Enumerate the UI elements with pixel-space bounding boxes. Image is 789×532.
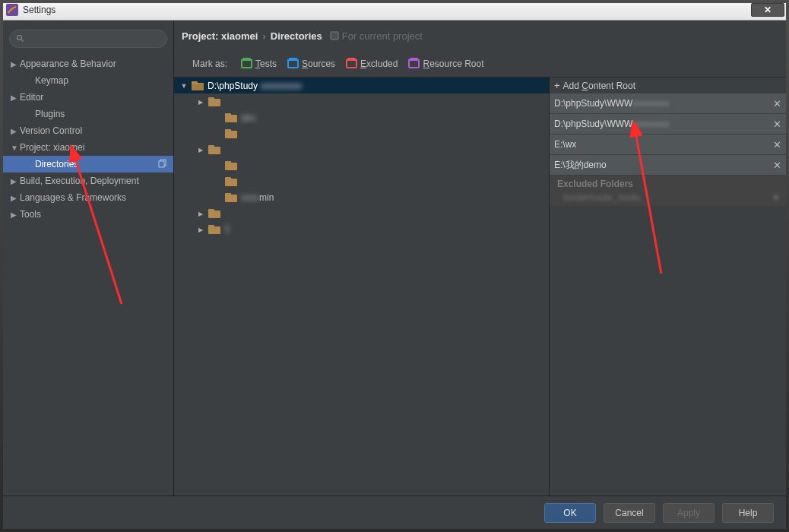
- sidebar-item-build-execution-deployment[interactable]: ▶Build, Execution, Deployment: [3, 173, 173, 189]
- directory-row[interactable]: xxxxmin: [174, 189, 549, 205]
- svg-rect-6: [331, 32, 338, 40]
- dialog-button-bar: OK Cancel Apply Help: [3, 496, 786, 529]
- excluded-folders-label: Excluded Folders: [550, 176, 786, 189]
- svg-rect-0: [6, 4, 18, 16]
- folder-icon: [225, 113, 237, 122]
- mark-resource-root[interactable]: Resource Root: [408, 59, 483, 69]
- sidebar-item-version-control[interactable]: ▶Version Control: [3, 122, 173, 139]
- mark-as-bar: Mark as: TestsSourcesExcludedResource Ro…: [174, 51, 786, 77]
- content-root-entry[interactable]: E:\我的demo✕: [550, 155, 786, 176]
- help-button[interactable]: Help: [722, 503, 774, 523]
- plus-icon: +: [554, 80, 560, 91]
- directory-row[interactable]: [174, 125, 549, 141]
- directory-row[interactable]: [174, 173, 549, 189]
- sidebar-item-tools[interactable]: ▶Tools: [3, 206, 173, 223]
- remove-root-icon[interactable]: ✕: [773, 119, 781, 130]
- directory-row[interactable]: 3: [174, 221, 549, 237]
- directory-row[interactable]: [174, 205, 549, 221]
- settings-sidebar: ▶Appearance & BehaviorKeymap▶EditorPlugi…: [3, 21, 174, 496]
- sidebar-item-keymap[interactable]: Keymap: [3, 72, 173, 89]
- breadcrumb: Project: xiaomei › Directories For curre…: [174, 21, 786, 51]
- mark-excluded[interactable]: Excluded: [346, 59, 398, 69]
- content-roots-panel: + Add Content Root D:\phpStudy\WWWxxxxxx…: [549, 78, 786, 496]
- sidebar-item-plugins[interactable]: Plugins: [3, 106, 173, 122]
- phpstorm-icon: [6, 4, 18, 16]
- svg-line-2: [21, 40, 24, 42]
- folder-icon: [192, 81, 204, 90]
- directory-row[interactable]: [174, 93, 549, 109]
- content-root-entry[interactable]: E:\wx✕: [550, 135, 786, 155]
- mark-tests[interactable]: Tests: [241, 59, 277, 69]
- search-icon: [16, 34, 25, 43]
- folder-icon: [208, 97, 220, 106]
- sidebar-item-directories[interactable]: Directories: [3, 156, 173, 173]
- content-root-entry[interactable]: D:\phpStudy\WWWxxxxxxxx✕: [550, 114, 786, 135]
- svg-point-1: [17, 36, 22, 40]
- copy-icon[interactable]: [158, 159, 167, 170]
- excluded-folder-item[interactable]: border\node_modu✕: [550, 189, 786, 206]
- remove-root-icon[interactable]: ✕: [773, 139, 781, 150]
- current-project-icon: [330, 31, 339, 40]
- mark-sources[interactable]: Sources: [287, 59, 335, 69]
- directory-row[interactable]: [174, 157, 549, 173]
- window-title: Settings: [23, 5, 55, 15]
- folder-icon: [225, 177, 237, 186]
- remove-root-icon[interactable]: ✕: [773, 160, 781, 171]
- folder-icon: [208, 209, 220, 218]
- directory-tree[interactable]: D:\phpStudyxxxxxxxxxakuxxxxmin3: [174, 78, 549, 496]
- directory-row[interactable]: [174, 141, 549, 157]
- folder-icon: [225, 193, 237, 202]
- folder-icon: [225, 161, 237, 170]
- folder-icon: [208, 145, 220, 154]
- svg-rect-4: [159, 161, 164, 167]
- content-root-entry[interactable]: D:\phpStudy\WWWxxxxxxxx✕: [550, 93, 786, 114]
- titlebar: Settings ✕: [0, 0, 789, 21]
- add-content-root-button[interactable]: + Add Content Root: [550, 78, 786, 93]
- sidebar-item-editor[interactable]: ▶Editor: [3, 89, 173, 106]
- mark-as-label: Mark as:: [192, 59, 227, 69]
- apply-button[interactable]: Apply: [663, 503, 715, 523]
- sidebar-item-appearance-behavior[interactable]: ▶Appearance & Behavior: [3, 55, 173, 72]
- search-input[interactable]: [9, 30, 167, 48]
- cancel-button[interactable]: Cancel: [604, 503, 655, 523]
- remove-excluded-icon[interactable]: ✕: [772, 192, 780, 203]
- directory-row[interactable]: aku: [174, 109, 549, 125]
- window-close-button[interactable]: ✕: [751, 3, 784, 17]
- directory-row[interactable]: D:\phpStudyxxxxxxxxx: [174, 78, 549, 93]
- remove-root-icon[interactable]: ✕: [773, 98, 781, 109]
- sidebar-item-project-xiaomei[interactable]: ▼Project: xiaomei: [3, 139, 173, 156]
- sidebar-item-languages-frameworks[interactable]: ▶Languages & Frameworks: [3, 189, 173, 206]
- ok-button[interactable]: OK: [544, 503, 596, 523]
- folder-icon: [225, 129, 237, 138]
- folder-icon: [208, 225, 220, 234]
